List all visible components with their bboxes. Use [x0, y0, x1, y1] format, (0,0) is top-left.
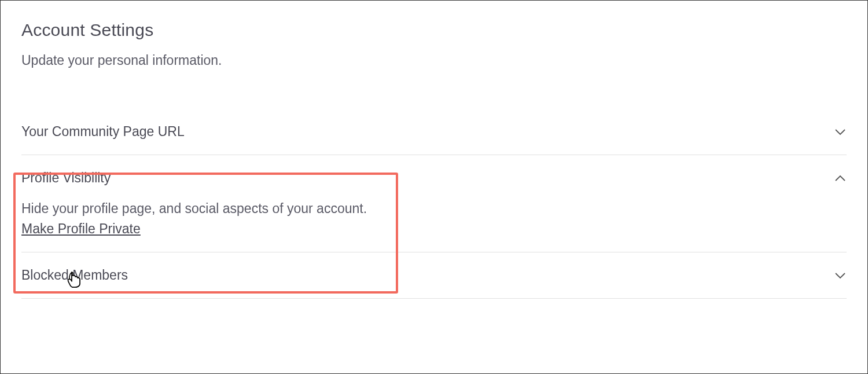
accordion-body: Hide your profile page, and social aspec…	[21, 201, 847, 252]
accordion-section-blocked-members: Blocked Members	[21, 252, 847, 299]
accordion-header-blocked-members[interactable]: Blocked Members	[21, 252, 847, 298]
make-profile-private-link[interactable]: Make Profile Private	[21, 221, 141, 237]
accordion-header-profile-visibility[interactable]: Profile Visibility	[21, 155, 847, 201]
chevron-up-icon	[834, 172, 847, 185]
accordion-section-profile-visibility: Profile Visibility Hide your profile pag…	[21, 155, 847, 252]
page-subtitle: Update your personal information.	[21, 53, 847, 68]
page-title: Account Settings	[21, 20, 847, 40]
accordion-label: Blocked Members	[21, 267, 128, 283]
profile-visibility-description: Hide your profile page, and social aspec…	[21, 201, 847, 217]
accordion-label: Profile Visibility	[21, 170, 111, 186]
chevron-down-icon	[834, 126, 847, 138]
accordion-section-community-url: Your Community Page URL	[21, 109, 847, 155]
chevron-down-icon	[834, 269, 847, 282]
accordion-header-community-url[interactable]: Your Community Page URL	[21, 109, 847, 155]
accordion-label: Your Community Page URL	[21, 124, 185, 140]
